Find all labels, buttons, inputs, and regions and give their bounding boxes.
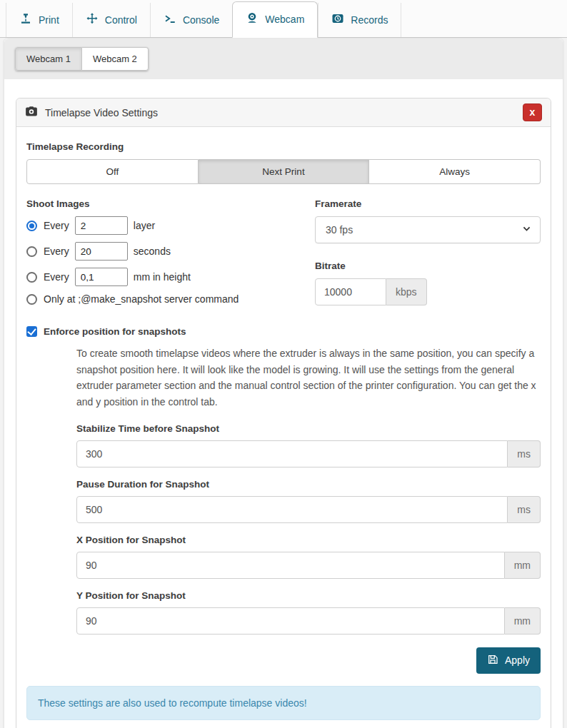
recording-mode-group: Off Next Print Always: [26, 159, 541, 184]
enforce-position-description: To create smooth timelapse videos where …: [76, 345, 541, 410]
radio-prefix: Every: [44, 271, 69, 283]
tab-control[interactable]: Control: [72, 3, 150, 37]
y-position-input[interactable]: [76, 607, 505, 635]
tab-records[interactable]: Records: [318, 3, 401, 37]
tab-console[interactable]: Console: [150, 3, 232, 37]
save-icon: [487, 654, 498, 667]
framerate-value: 30 fps: [326, 224, 353, 236]
height-interval-input[interactable]: [75, 268, 128, 286]
radio-suffix: mm in height: [134, 271, 191, 283]
card-body: Timelapse Video Settings x Timelapse Rec…: [4, 79, 563, 728]
move-icon: [86, 12, 99, 27]
bitrate-input[interactable]: [315, 278, 386, 305]
webcam-selector-group: Webcam 1 Webcam 2: [15, 47, 149, 71]
apply-button[interactable]: Apply: [476, 647, 541, 674]
radio-label: Only at ;@make_snapshot server command: [44, 293, 239, 305]
radio-prefix: Every: [44, 220, 69, 231]
recording-off-button[interactable]: Off: [26, 159, 199, 184]
radio-every-layer[interactable]: [26, 221, 37, 231]
y-position-group: mm: [76, 607, 541, 635]
x-position-label: X Position for Snapshot: [76, 535, 541, 545]
tab-label: Webcam: [265, 14, 304, 25]
recording-always-button[interactable]: Always: [369, 159, 541, 184]
camera-icon: [25, 105, 38, 121]
enforce-position-row: Enforce position for snapshots: [26, 326, 541, 337]
close-button[interactable]: x: [523, 103, 542, 121]
pause-duration-group: ms: [76, 496, 541, 523]
shoot-option-seconds: Every seconds: [26, 242, 289, 261]
radio-every-mm[interactable]: [26, 272, 37, 283]
panel-body: Timelapse Recording Off Next Print Alway…: [16, 127, 551, 728]
encoding-column: Framerate 30 fps Bitrate kbps: [315, 196, 541, 312]
radio-prefix: Every: [44, 246, 69, 257]
radio-suffix: layer: [134, 220, 155, 231]
framerate-label: Framerate: [315, 198, 541, 209]
panel-title: Timelapse Video Settings: [45, 107, 158, 118]
enforce-position-checkbox[interactable]: [26, 326, 37, 337]
print-icon: [19, 12, 32, 27]
framerate-select[interactable]: 30 fps: [315, 216, 541, 243]
main-tab-bar: Print Control Console Webcam Records: [0, 0, 567, 38]
x-position-input[interactable]: [76, 552, 505, 579]
records-icon: [331, 12, 344, 27]
apply-row: Apply: [26, 647, 541, 674]
stabilize-time-unit: ms: [508, 440, 541, 467]
radio-every-seconds[interactable]: [26, 246, 37, 257]
terminal-icon: [164, 12, 176, 27]
stabilize-time-label: Stabilize Time before Snapshot: [76, 423, 541, 434]
radio-suffix: seconds: [134, 246, 171, 257]
info-alert: These settings are also used to recomput…: [26, 686, 541, 720]
radio-server-command[interactable]: [26, 294, 37, 305]
seconds-interval-input[interactable]: [75, 242, 128, 261]
shoot-images-label: Shoot Images: [26, 198, 289, 209]
enforce-position-label: Enforce position for snapshots: [44, 326, 186, 337]
panel-header: Timelapse Video Settings x: [16, 98, 551, 127]
tab-print[interactable]: Print: [6, 3, 72, 37]
pause-duration-input[interactable]: [76, 496, 508, 523]
pause-duration-unit: ms: [508, 496, 541, 523]
pause-duration-label: Pause Duration for Snapshot: [76, 479, 541, 490]
tab-label: Control: [105, 14, 137, 26]
webcam-icon: [246, 11, 259, 26]
bitrate-label: Bitrate: [315, 261, 541, 271]
shoot-images-column: Shoot Images Every layer Every seconds: [26, 196, 289, 312]
webcam-selector-strip: Webcam 1 Webcam 2: [4, 39, 563, 79]
layer-interval-input[interactable]: [75, 216, 128, 235]
bitrate-group: kbps: [315, 278, 541, 305]
tab-label: Records: [351, 14, 388, 26]
shoot-option-height: Every mm in height: [26, 268, 289, 286]
tab-webcam[interactable]: Webcam: [232, 1, 318, 38]
enforce-position-section: To create smooth timelapse videos where …: [76, 345, 541, 635]
shoot-option-command: Only at ;@make_snapshot server command: [26, 293, 289, 305]
webcam-card: Webcam 1 Webcam 2 Timelapse Video Settin…: [4, 38, 563, 728]
y-position-unit: mm: [505, 607, 541, 635]
apply-label: Apply: [505, 654, 530, 666]
tab-label: Console: [183, 14, 219, 26]
timelapse-recording-label: Timelapse Recording: [26, 141, 541, 152]
bitrate-unit: kbps: [386, 278, 427, 305]
timelapse-settings-panel: Timelapse Video Settings x Timelapse Rec…: [16, 98, 551, 728]
webcam-1-button[interactable]: Webcam 1: [15, 47, 82, 71]
shoot-option-layer: Every layer: [26, 216, 289, 235]
y-position-label: Y Position for Snapshot: [76, 590, 541, 601]
stabilize-time-input[interactable]: [76, 440, 508, 467]
x-position-group: mm: [76, 552, 541, 579]
tab-label: Print: [39, 14, 59, 26]
chevron-down-icon: [522, 224, 531, 236]
recording-next-print-button[interactable]: Next Print: [199, 159, 370, 184]
stabilize-time-group: ms: [76, 440, 541, 467]
webcam-2-button[interactable]: Webcam 2: [82, 47, 149, 71]
x-position-unit: mm: [505, 552, 541, 579]
